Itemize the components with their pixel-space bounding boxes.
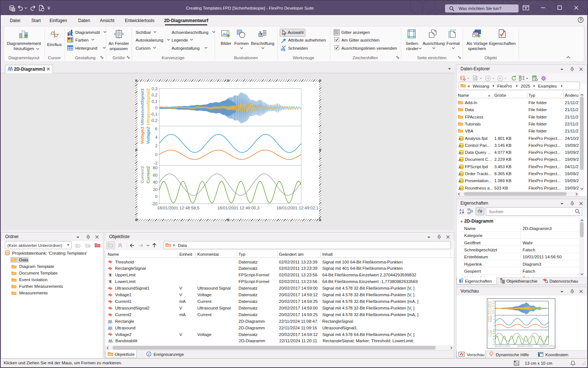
svg-text:2: 2 xyxy=(155,144,157,148)
svg-text:18/01/2001 12:48:58,5: 18/01/2001 12:48:58,5 xyxy=(494,345,510,347)
svg-text:18/01/2001 12:49:02,1: 18/01/2001 12:49:02,1 xyxy=(276,206,318,210)
svg-text:0: 0 xyxy=(494,341,495,343)
svg-text:4: 4 xyxy=(155,135,158,139)
svg-text:0,1: 0,1 xyxy=(492,305,495,307)
svg-text:0: 0 xyxy=(155,152,157,156)
svg-text:UltrasoundSignal2: UltrasoundSignal2 xyxy=(490,301,492,315)
svg-text:0: 0 xyxy=(155,105,157,110)
svg-text:6: 6 xyxy=(155,126,157,131)
svg-text:-0,1: -0,1 xyxy=(150,112,157,116)
svg-text:Current2: Current2 xyxy=(146,166,150,183)
svg-text:Current1: Current1 xyxy=(488,330,490,337)
svg-text:40: 40 xyxy=(153,180,157,184)
svg-text:0,2: 0,2 xyxy=(151,93,157,97)
svg-text:Voltage1: Voltage1 xyxy=(140,127,144,144)
svg-text:80: 80 xyxy=(153,166,157,170)
svg-text:18/01/2001 12:49:00,3: 18/01/2001 12:49:00,3 xyxy=(517,345,533,347)
svg-text:80: 80 xyxy=(493,330,495,332)
svg-text:20: 20 xyxy=(493,338,495,340)
svg-text:18/01/2001 12:48:58,5: 18/01/2001 12:48:58,5 xyxy=(157,206,199,210)
svg-text:Current1: Current1 xyxy=(140,166,144,183)
svg-text:40: 40 xyxy=(493,335,495,337)
svg-text:-0,1: -0,1 xyxy=(492,310,495,312)
svg-text:-0,2: -0,2 xyxy=(150,118,157,123)
svg-text:0: 0 xyxy=(494,325,495,327)
svg-text:Voltage2: Voltage2 xyxy=(490,315,492,322)
svg-text:i: i xyxy=(148,352,150,356)
svg-text:-0,2: -0,2 xyxy=(492,312,495,314)
svg-text:6: 6 xyxy=(494,315,495,317)
svg-text:4: 4 xyxy=(494,318,495,320)
svg-text:0,2: 0,2 xyxy=(492,302,495,304)
svg-text:0: 0 xyxy=(494,307,495,309)
svg-text:60: 60 xyxy=(493,333,495,335)
svg-text:0,3: 0,3 xyxy=(151,86,157,91)
svg-text:UltrasoundSignal1: UltrasoundSignal1 xyxy=(488,301,490,315)
svg-text:?: ? xyxy=(580,18,582,22)
svg-text:UltrasoundSignal2: UltrasoundSignal2 xyxy=(146,88,150,125)
svg-text:-2: -2 xyxy=(493,328,495,330)
svg-text:Current2: Current2 xyxy=(490,330,492,337)
svg-text:60: 60 xyxy=(153,173,157,177)
svg-text:π: π xyxy=(109,272,112,277)
svg-text:20: 20 xyxy=(153,187,157,191)
svg-text:18/01/2001 12:49:00,3: 18/01/2001 12:49:00,3 xyxy=(217,206,259,210)
svg-text:0,1: 0,1 xyxy=(151,99,157,103)
svg-text:2: 2 xyxy=(494,322,495,323)
svg-text:-2: -2 xyxy=(154,160,157,165)
svg-text:0: 0 xyxy=(155,194,157,199)
svg-text:Voltage1: Voltage1 xyxy=(488,315,490,322)
svg-text:UltrasoundSignal1: UltrasoundSignal1 xyxy=(140,88,144,125)
svg-text:18/01/2001 12:49:02,1: 18/01/2001 12:49:02,1 xyxy=(539,345,555,347)
svg-text:Voltage2: Voltage2 xyxy=(146,126,150,144)
svg-text:π: π xyxy=(109,279,112,283)
svg-text:-20: -20 xyxy=(151,201,157,206)
svg-text:0,3: 0,3 xyxy=(492,300,495,302)
svg-text:Z: Z xyxy=(460,211,462,214)
svg-text:A: A xyxy=(258,30,263,37)
